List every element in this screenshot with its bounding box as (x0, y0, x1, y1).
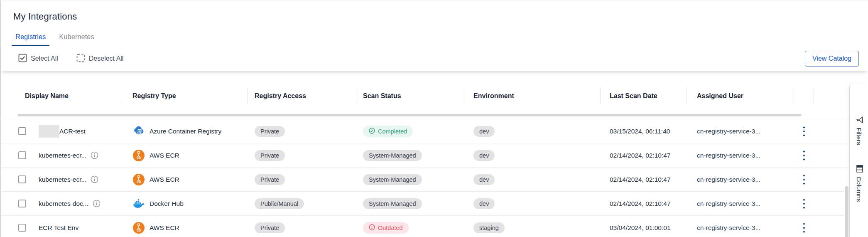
row-checkbox[interactable] (18, 175, 26, 183)
registry-access-badge: Public/Manual (255, 198, 304, 209)
horizontal-scrollbar (1, 113, 849, 119)
tab-registries[interactable]: Registries (12, 30, 49, 46)
last-scan-date: 03/15/2024, 06:11:40 (610, 128, 670, 135)
column-header-actions (794, 79, 814, 113)
row-actions-menu[interactable] (800, 197, 808, 211)
filter-funnel-icon (854, 116, 864, 124)
display-name: kubernetes-ecr... (39, 152, 86, 159)
scan-status-badge: Outdated (363, 222, 409, 234)
aws-ecr-icon (132, 173, 145, 186)
my-integrations-page: My Integrations Registries Kubernetes Se… (0, 0, 868, 237)
assigned-user: cn-registry-service-3... (697, 224, 760, 232)
tab-kubernetes[interactable]: Kubernetes (55, 30, 98, 46)
registry-type: AWS ECR (150, 176, 179, 183)
info-icon[interactable] (91, 175, 98, 183)
horizontal-scrollbar-thumb[interactable] (17, 114, 802, 116)
dashed-square-icon (76, 54, 85, 64)
scan-status-badge: System-Managed (363, 174, 422, 185)
row-checkbox[interactable] (18, 200, 26, 207)
columns-button[interactable]: Columns (855, 165, 863, 202)
registry-type: AWS ECR (150, 224, 179, 232)
row-actions-menu[interactable] (800, 148, 808, 163)
redacted-text (39, 125, 59, 138)
aws-ecr-icon (132, 222, 145, 234)
row-checkbox[interactable] (18, 224, 26, 232)
registry-type: Docker Hub (150, 200, 184, 207)
last-scan-date: 02/14/2024, 02:10:47 (610, 200, 671, 207)
registry-access-badge: Private (255, 222, 285, 233)
display-name: ECR Test Env (39, 224, 78, 232)
columns-table-icon (855, 165, 863, 173)
filters-label: Filters (855, 128, 863, 145)
registry-type: Azure Container Registry (150, 128, 221, 135)
table-row: kubernetes-ecr... AWS ECR Private System… (1, 167, 849, 191)
row-checkbox[interactable] (18, 151, 26, 159)
aws-ecr-icon (132, 149, 145, 162)
registries-table: Display Name Registry Type Registry Acce… (1, 79, 849, 237)
table-row: ACR-test Azure Container Registry Privat… (1, 119, 849, 143)
column-header-extra (814, 79, 849, 113)
docker-hub-icon (132, 198, 145, 209)
registry-type: AWS ECR (150, 152, 179, 159)
table-row: kubernetes-ecr... AWS ECR Private System… (1, 143, 849, 167)
assigned-user: cn-registry-service-3... (697, 176, 760, 183)
azure-container-registry-icon (132, 126, 145, 137)
scan-status-badge: Completed (363, 126, 413, 137)
last-scan-date: 02/14/2024, 02:10:47 (610, 152, 671, 159)
registry-access-badge: Private (255, 174, 285, 185)
alert-circle-icon (369, 224, 375, 232)
environment-badge: dev (473, 150, 495, 161)
environment-badge: dev (473, 126, 495, 137)
display-name: kubernetes-doc... (39, 200, 88, 207)
column-header-assigned-user[interactable]: Assigned User (687, 79, 794, 113)
check-circle-icon (369, 128, 375, 135)
filters-button[interactable]: Filters (854, 116, 864, 145)
column-header-environment[interactable]: Environment (465, 79, 601, 113)
column-header-display-name[interactable]: Display Name (1, 79, 122, 113)
columns-label: Columns (855, 176, 863, 202)
select-all-label: Select All (31, 55, 58, 62)
row-actions-menu[interactable] (800, 221, 808, 235)
assigned-user: cn-registry-service-3... (697, 128, 760, 135)
select-all-button[interactable]: Select All (18, 54, 58, 64)
assigned-user: cn-registry-service-3... (697, 200, 760, 207)
environment-badge: dev (473, 198, 495, 209)
vertical-scrollbar-thumb[interactable] (845, 186, 848, 237)
column-header-registry-access[interactable]: Registry Access (248, 79, 356, 113)
table-row: kubernetes-doc... Docker Hub Public/Manu… (1, 191, 849, 215)
scan-status-badge: System-Managed (363, 198, 422, 209)
column-header-last-scan-date[interactable]: Last Scan Date (601, 79, 687, 113)
table-header-row: Display Name Registry Type Registry Acce… (1, 79, 849, 113)
view-catalog-button[interactable]: View Catalog (805, 51, 859, 67)
page-title: My Integrations (1, 0, 868, 22)
last-scan-date: 02/14/2024, 02:10:47 (610, 176, 671, 183)
row-actions-menu[interactable] (800, 124, 808, 138)
environment-badge: staging (473, 222, 505, 233)
assigned-user: cn-registry-service-3... (697, 152, 760, 159)
display-name: ACR-test (59, 128, 86, 135)
row-checkbox[interactable] (18, 127, 26, 135)
side-rail: Filters Columns (849, 84, 868, 237)
info-icon[interactable] (91, 151, 98, 159)
tabbar: Registries Kubernetes (1, 30, 868, 46)
deselect-all-label: Deselect All (89, 55, 124, 62)
toolbar: Select All Deselect All View Catalog (1, 46, 868, 71)
row-actions-menu[interactable] (800, 173, 808, 187)
display-name: kubernetes-ecr... (39, 176, 86, 183)
table-row: ECR Test Env AWS ECR Private Outdated st… (1, 215, 849, 237)
checkbox-checked-icon (18, 54, 27, 64)
info-icon[interactable] (93, 200, 101, 207)
registry-access-badge: Private (255, 150, 285, 161)
column-header-registry-type[interactable]: Registry Type (122, 79, 248, 113)
environment-badge: dev (473, 174, 495, 185)
scan-status-badge: System-Managed (363, 150, 422, 161)
registry-access-badge: Private (255, 126, 285, 137)
deselect-all-button[interactable]: Deselect All (76, 54, 124, 64)
last-scan-date: 03/04/2024, 01:00:01 (610, 224, 671, 232)
column-header-scan-status[interactable]: Scan Status (356, 79, 465, 113)
